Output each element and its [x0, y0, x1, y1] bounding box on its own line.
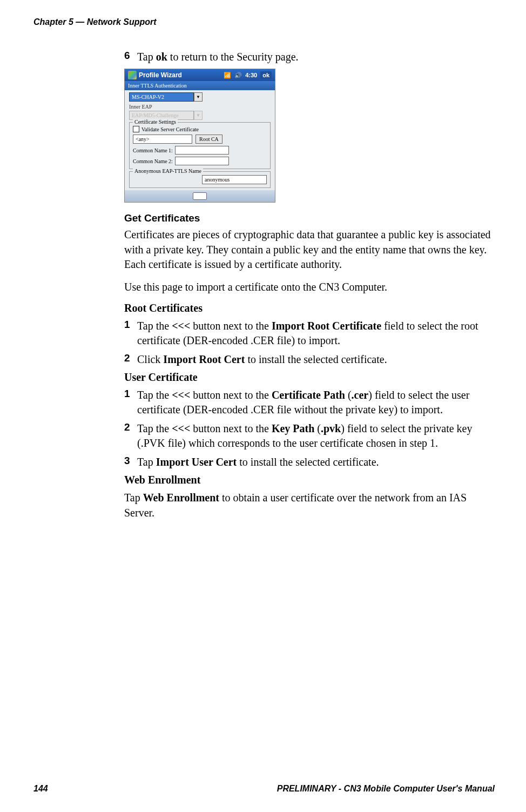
user-certificate-heading: User Certificate — [124, 371, 494, 384]
para-cert-intro: Certificates are pieces of cryptographic… — [124, 227, 494, 272]
t: <<< — [172, 320, 190, 332]
any-field[interactable]: <any> — [133, 135, 192, 144]
step-number: 3 — [124, 455, 137, 469]
page-number: 144 — [33, 784, 48, 794]
root-step-1: 1 Tap the <<< button next to the Import … — [124, 319, 494, 348]
anon-legend: Anonymous EAP-TTLS Name — [133, 168, 203, 174]
common-name-2-row: Common Name 2: — [133, 157, 267, 165]
t: Tap the — [137, 422, 172, 434]
root-step-2: 2 Click Import Root Cert to install the … — [124, 352, 494, 367]
chevron-down-icon: ▼ — [194, 111, 203, 120]
step-6: 6 Tap ok to return to the Security page. — [124, 50, 494, 64]
t: Import User Cert — [156, 456, 237, 468]
user-step-3: 3 Tap Import User Cert to install the se… — [124, 455, 494, 469]
t: Web Enrollment — [143, 492, 219, 504]
step-number: 1 — [124, 388, 137, 417]
text: to return to the Security page. — [167, 51, 299, 63]
cn2-label: Common Name 2: — [133, 158, 173, 164]
t: <<< — [172, 422, 190, 434]
validate-checkbox-row[interactable]: Validate Server Certificate — [133, 126, 267, 132]
t: Tap — [137, 456, 156, 468]
sip-bar — [125, 190, 275, 202]
footer-title: PRELIMINARY - CN3 Mobile Computer User's… — [277, 784, 495, 794]
web-enrollment-para: Tap Web Enrollment to obtain a user cert… — [124, 491, 494, 520]
t: Key Path — [272, 422, 314, 434]
checkbox-icon[interactable] — [133, 126, 139, 132]
start-icon — [128, 71, 137, 79]
t: <<< — [172, 389, 190, 401]
user-step-2: 2 Tap the <<< button next to the Key Pat… — [124, 421, 494, 451]
web-enrollment-heading: Web Enrollment — [124, 474, 494, 486]
step-text: Tap the <<< button next to the Key Path … — [137, 421, 494, 451]
signal-icon: 📶 — [224, 72, 231, 79]
anon-group: Anonymous EAP-TTLS Name anonymous — [129, 171, 271, 188]
t: .cer — [352, 389, 369, 401]
step-number: 1 — [124, 319, 137, 348]
para-import: Use this page to import a certificate on… — [124, 280, 494, 295]
cn1-label: Common Name 1: — [133, 147, 173, 153]
t: to install the selected certificate. — [237, 456, 379, 468]
get-certificates-heading: Get Certificates — [124, 212, 494, 224]
ttls-dropdown[interactable]: MS-CHAP-V2 ▼ — [129, 92, 271, 102]
cn1-input[interactable] — [175, 146, 229, 155]
t: Tap the — [137, 320, 172, 332]
step-text: Tap Import User Cert to install the sele… — [137, 455, 379, 469]
t: Tap the — [137, 389, 172, 401]
step-text: Click Import Root Cert to install the se… — [137, 352, 387, 367]
profile-wizard-screenshot: Profile Wizard 📶 🔊 4:30 ok Inner TTLS Au… — [124, 69, 275, 203]
keyboard-icon[interactable] — [193, 192, 207, 200]
validate-label: Validate Server Certificate — [141, 126, 199, 132]
root-ca-button[interactable]: Root CA — [195, 135, 222, 144]
running-header: Chapter 5 — Network Support — [33, 17, 157, 27]
step-text: Tap the <<< button next to the Import Ro… — [137, 319, 494, 348]
volume-icon: 🔊 — [234, 72, 242, 79]
t: to install the selected certificate. — [245, 353, 387, 365]
user-step-1: 1 Tap the <<< button next to the Certifi… — [124, 388, 494, 417]
window-title: Profile Wizard — [139, 71, 182, 79]
t: Certificate Path — [272, 389, 345, 401]
main-content: 6 Tap ok to return to the Security page.… — [124, 50, 494, 528]
text: Tap — [137, 51, 156, 63]
t: button next to the — [190, 389, 272, 401]
ttls-value: MS-CHAP-V2 — [129, 92, 194, 102]
step-number: 6 — [124, 50, 137, 64]
step-text: Tap ok to return to the Security page. — [137, 50, 299, 64]
step-text: Tap the <<< button next to the Certifica… — [137, 388, 494, 417]
t: ( — [345, 389, 352, 401]
common-name-1-row: Common Name 1: — [133, 146, 267, 155]
chevron-down-icon[interactable]: ▼ — [194, 92, 203, 102]
t: .pvk — [321, 422, 341, 434]
step-number: 2 — [124, 352, 137, 367]
page-footer: 144 PRELIMINARY - CN3 Mobile Computer Us… — [33, 784, 495, 794]
clock: 4:30 — [245, 72, 257, 78]
t: Tap — [124, 492, 143, 504]
t: Import Root Cert — [163, 353, 245, 365]
cert-settings-legend: Certificate Settings — [133, 119, 178, 125]
inner-eap-label: Inner EAP — [129, 104, 271, 110]
step-number: 2 — [124, 421, 137, 451]
cn2-input[interactable] — [175, 157, 229, 165]
t: Click — [137, 353, 163, 365]
wizard-body: Inner TTLS Authentication MS-CHAP-V2 ▼ I… — [125, 81, 275, 202]
ok-button[interactable]: ok — [260, 71, 272, 79]
window-titlebar: Profile Wizard 📶 🔊 4:30 ok — [125, 69, 275, 81]
root-certificates-heading: Root Certificates — [124, 302, 494, 314]
anon-input[interactable]: anonymous — [202, 175, 267, 184]
t: ( — [314, 422, 321, 434]
ok-bold: ok — [156, 51, 167, 63]
t: button next to the — [190, 320, 272, 332]
inner-ttls-label: Inner TTLS Authentication — [125, 81, 275, 90]
t: button next to the — [190, 422, 272, 434]
cert-settings-group: Certificate Settings Validate Server Cer… — [129, 122, 271, 169]
t: Import Root Certificate — [272, 320, 381, 332]
